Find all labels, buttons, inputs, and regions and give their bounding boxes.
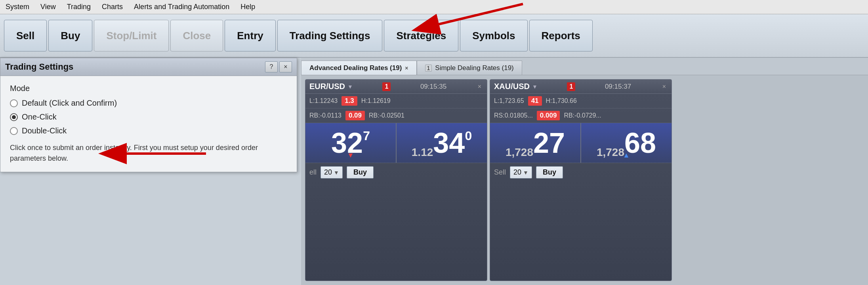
xauusd-rb2: RB:-0.0729... bbox=[564, 112, 601, 119]
eurusd-buy-price[interactable]: 1.12 34 0 bbox=[397, 123, 487, 163]
xauusd-stats1: L:1,723.65 41 H:1,730.66 bbox=[490, 94, 672, 108]
reports-button[interactable]: Reports bbox=[529, 20, 593, 51]
xauusd-chevron-icon[interactable]: ▼ bbox=[532, 84, 538, 90]
eurusd-sell-sup: 7 bbox=[363, 129, 370, 143]
xauusd-footer: Sell 20 ▼ Buy bbox=[490, 163, 672, 182]
xauusd-time: 09:15:37 bbox=[605, 83, 631, 91]
tabs-bar: Advanced Dealing Rates (19) × 1 Simple D… bbox=[301, 58, 868, 75]
eurusd-symbol: EUR/USD ▼ bbox=[309, 82, 353, 91]
xauusd-sell-price[interactable]: 1,728 27 bbox=[490, 123, 580, 163]
menu-view[interactable]: View bbox=[39, 2, 57, 12]
xauusd-close-icon[interactable]: × bbox=[661, 83, 668, 90]
eurusd-rb2: RB:-0.02501 bbox=[369, 112, 404, 119]
eurusd-buy-prefix: 1.12 bbox=[412, 146, 433, 159]
panel-body: Mode Default (Click and Confirm) One-Cli… bbox=[0, 76, 297, 172]
eurusd-footer: ell 20 ▼ Buy bbox=[305, 163, 487, 182]
menu-bar: System View Trading Charts Alerts and Tr… bbox=[0, 0, 868, 14]
eurusd-stats1: L:1.12243 1.3 H:1.12619 bbox=[305, 94, 487, 108]
eurusd-spread: 1.3 bbox=[341, 96, 357, 106]
radio-oneclick-label: One-Click bbox=[22, 112, 57, 122]
xauusd-badge: 1 bbox=[567, 82, 575, 91]
xauusd-sell-prefix: 1,728 bbox=[506, 146, 533, 159]
eurusd-qty-chevron-icon: ▼ bbox=[334, 169, 339, 176]
strategies-button[interactable]: Strategies bbox=[384, 20, 458, 51]
eurusd-buy-sup: 0 bbox=[465, 129, 472, 143]
eurusd-sell-price[interactable]: 32 7 ▼ bbox=[305, 123, 396, 163]
xauusd-prices: 1,728 27 1,728 68 ▲ bbox=[490, 123, 672, 163]
xauusd-spread2: 0.009 bbox=[537, 111, 560, 120]
xauusd-low: L:1,723.65 bbox=[494, 97, 524, 104]
dealing-cards: EUR/USD ▼ 1 09:15:35 × L:1.12243 1.3 H:1… bbox=[301, 75, 868, 285]
xauusd-card-header: XAU/USD ▼ 1 09:15:37 × bbox=[490, 80, 672, 94]
tab-advanced-label: Advanced Dealing Rates (19) bbox=[309, 64, 402, 72]
tab-simple-dealing[interactable]: 1 Simple Dealing Rates (19) bbox=[417, 61, 522, 75]
eurusd-buy-button[interactable]: Buy bbox=[347, 166, 374, 179]
trading-settings-button[interactable]: Trading Settings bbox=[277, 20, 383, 51]
eurusd-card: EUR/USD ▼ 1 09:15:35 × L:1.12243 1.3 H:1… bbox=[305, 79, 487, 281]
eurusd-spread2: 0.09 bbox=[345, 111, 365, 120]
eurusd-qty-select[interactable]: 20 ▼ bbox=[320, 166, 343, 179]
symbols-button[interactable]: Symbols bbox=[460, 20, 527, 51]
eurusd-low: L:1.12243 bbox=[309, 97, 338, 104]
eurusd-close-icon[interactable]: × bbox=[476, 83, 483, 90]
menu-help[interactable]: Help bbox=[239, 2, 257, 12]
radio-doubleclick[interactable]: Double-Click bbox=[10, 126, 287, 135]
eurusd-high: H:1.12619 bbox=[361, 97, 391, 104]
eurusd-badge: 1 bbox=[382, 82, 391, 91]
rates-area: Advanced Dealing Rates (19) × 1 Simple D… bbox=[301, 58, 868, 285]
mode-label: Mode bbox=[10, 84, 287, 93]
eurusd-prices: 32 7 ▼ 1.12 34 0 bbox=[305, 123, 487, 163]
buy-button[interactable]: Buy bbox=[48, 20, 92, 51]
panel-close-button[interactable]: × bbox=[279, 61, 292, 72]
tab-simple-num: 1 bbox=[425, 65, 432, 72]
stop-limit-button[interactable]: Stop/Limit bbox=[94, 20, 169, 51]
xauusd-card: XAU/USD ▼ 1 09:15:37 × L:1,723.65 41 H:1… bbox=[490, 79, 672, 281]
main-content: Trading Settings ? × Mode Default (Click… bbox=[0, 58, 868, 285]
menu-charts[interactable]: Charts bbox=[100, 2, 124, 12]
panel-title: Trading Settings bbox=[5, 62, 73, 72]
eurusd-card-header: EUR/USD ▼ 1 09:15:35 × bbox=[305, 80, 487, 94]
xauusd-high: H:1,730.66 bbox=[546, 97, 577, 104]
tab-advanced-dealing[interactable]: Advanced Dealing Rates (19) × bbox=[301, 61, 417, 75]
menu-system[interactable]: System bbox=[4, 2, 31, 12]
xauusd-buy-button[interactable]: Buy bbox=[536, 166, 563, 179]
panel-controls: ? × bbox=[265, 61, 292, 72]
radio-oneclick-circle[interactable] bbox=[10, 113, 18, 121]
eurusd-sell-arrow-icon: ▼ bbox=[347, 151, 354, 160]
panel-help-button[interactable]: ? bbox=[265, 61, 278, 72]
panel-header: Trading Settings ? × bbox=[0, 58, 297, 76]
radio-default[interactable]: Default (Click and Confirm) bbox=[10, 99, 287, 108]
xauusd-qty-select[interactable]: 20 ▼ bbox=[510, 166, 532, 179]
toolbar: Sell Buy Stop/Limit Close Entry Trading … bbox=[0, 14, 868, 58]
xauusd-sell-label: Sell bbox=[494, 168, 506, 177]
eurusd-buy-main: 34 bbox=[433, 127, 465, 159]
tab-simple-label: Simple Dealing Rates (19) bbox=[435, 64, 513, 72]
radio-doubleclick-label: Double-Click bbox=[22, 126, 67, 135]
xauusd-buy-arrow-icon: ▲ bbox=[623, 151, 630, 160]
eurusd-sell-label: ell bbox=[309, 168, 317, 177]
eurusd-rb1: RB:-0.0113 bbox=[309, 112, 341, 119]
radio-default-circle[interactable] bbox=[10, 99, 18, 107]
xauusd-symbol: XAU/USD ▼ bbox=[494, 82, 538, 91]
xauusd-buy-price[interactable]: 1,728 68 ▲ bbox=[581, 123, 672, 163]
xauusd-sell-main: 27 bbox=[533, 127, 565, 159]
eurusd-stats2: RB:-0.0113 0.09 RB:-0.02501 bbox=[305, 108, 487, 123]
menu-trading[interactable]: Trading bbox=[65, 2, 92, 12]
eurusd-time: 09:15:35 bbox=[420, 83, 446, 91]
xauusd-rb1: RS:0.01805... bbox=[494, 112, 533, 119]
tab-advanced-close[interactable]: × bbox=[405, 65, 408, 71]
xauusd-qty-chevron-icon: ▼ bbox=[523, 169, 528, 176]
entry-button[interactable]: Entry bbox=[225, 20, 275, 51]
sell-button[interactable]: Sell bbox=[4, 20, 47, 51]
radio-doubleclick-circle[interactable] bbox=[10, 127, 18, 135]
xauusd-buy-prefix: 1,728 bbox=[597, 146, 624, 159]
xauusd-spread: 41 bbox=[528, 96, 542, 106]
eurusd-chevron-icon[interactable]: ▼ bbox=[347, 84, 353, 90]
close-button[interactable]: Close bbox=[170, 20, 223, 51]
menu-alerts[interactable]: Alerts and Trading Automation bbox=[132, 2, 231, 12]
xauusd-stats2: RS:0.01805... 0.009 RB:-0.0729... bbox=[490, 108, 672, 123]
radio-default-label: Default (Click and Confirm) bbox=[22, 99, 117, 108]
trading-settings-panel: Trading Settings ? × Mode Default (Click… bbox=[0, 58, 297, 172]
panel-description: Click once to submit an order instantly.… bbox=[10, 142, 287, 164]
radio-oneclick[interactable]: One-Click bbox=[10, 112, 287, 122]
